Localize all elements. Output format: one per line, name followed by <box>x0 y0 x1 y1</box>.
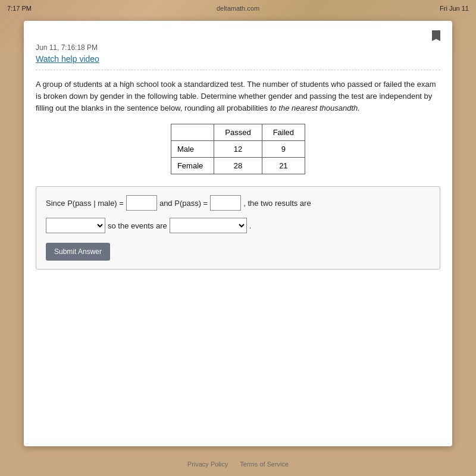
dropdown-equal-notequal[interactable]: equal not equal <box>46 218 105 233</box>
table-cell-female-label: Female <box>171 158 214 174</box>
timestamp: Jun 11, 7:16:18 PM <box>36 43 440 52</box>
bookmark-icon <box>432 30 440 41</box>
answer-section: Since P(pass | male) = and P(pass) = , t… <box>36 186 440 270</box>
table-cell-female-passed: 28 <box>214 158 262 174</box>
dropdown-independent[interactable]: independent not independent <box>170 218 247 233</box>
top-bar <box>36 30 440 41</box>
text-since-ppass-male: Since P(pass | male) = <box>46 199 124 208</box>
input-ppass[interactable] <box>210 195 241 211</box>
main-content-card: Jun 11, 7:16:18 PM Watch help video A gr… <box>24 21 452 446</box>
table-row-male: Male 12 9 <box>171 141 305 158</box>
table-header-failed: Failed <box>262 124 305 141</box>
data-table: Passed Failed Male 12 9 Female 28 21 <box>171 124 305 174</box>
table-cell-male-label: Male <box>171 141 214 158</box>
text-period: . <box>249 221 252 230</box>
table-row-female: Female 28 21 <box>171 158 305 174</box>
watch-help-link[interactable]: Watch help video <box>36 54 440 64</box>
table-cell-female-failed: 21 <box>262 158 305 174</box>
table-header-passed: Passed <box>214 124 262 141</box>
answer-line-1: Since P(pass | male) = and P(pass) = , t… <box>46 195 430 211</box>
status-date: Fri Jun 11 <box>440 5 469 12</box>
table-cell-male-passed: 12 <box>214 141 262 158</box>
status-time: 7:17 PM <box>7 5 32 12</box>
answer-line-2: equal not equal so the events are indepe… <box>46 218 430 233</box>
table-cell-male-failed: 9 <box>262 141 305 158</box>
text-so-events: so the events are <box>108 221 167 230</box>
problem-description: A group of students at a high school too… <box>36 79 440 114</box>
privacy-policy-link[interactable]: Privacy Policy <box>187 461 228 468</box>
submit-answer-button[interactable]: Submit Answer <box>46 243 110 261</box>
input-ppass-male[interactable] <box>126 195 157 211</box>
section-divider <box>36 70 440 70</box>
text-and-ppass: and P(pass) = <box>159 199 208 208</box>
status-bar: 7:17 PM Fri Jun 11 deltamath.com <box>0 5 476 12</box>
footer: Privacy Policy Terms of Service <box>0 461 476 468</box>
text-two-results: , the two results are <box>243 199 311 208</box>
table-header-empty <box>171 124 214 141</box>
terms-of-service-link[interactable]: Terms of Service <box>240 461 289 468</box>
domain-label: deltamath.com <box>217 5 259 12</box>
